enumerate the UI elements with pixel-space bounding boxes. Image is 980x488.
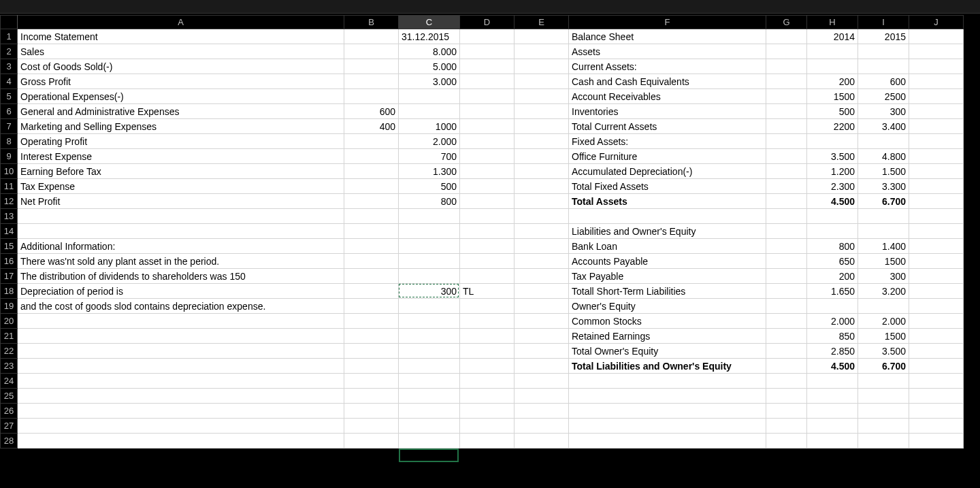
cell-E19[interactable] [514, 299, 569, 314]
row-header-8[interactable]: 8 [1, 134, 18, 149]
cell-I24[interactable] [858, 374, 909, 389]
cell-J3[interactable] [909, 59, 964, 74]
cell-C27[interactable] [399, 419, 460, 434]
cell-H8[interactable] [807, 134, 858, 149]
cell-A9[interactable]: Interest Expense [18, 149, 344, 164]
cell-G22[interactable] [766, 344, 807, 359]
cell-C10[interactable]: 1.300 [399, 164, 460, 179]
cell-F26[interactable] [569, 404, 766, 419]
cell-J9[interactable] [909, 149, 964, 164]
cell-B9[interactable] [344, 149, 399, 164]
cell-D2[interactable] [460, 44, 514, 59]
cell-B8[interactable] [344, 134, 399, 149]
cell-A25[interactable] [18, 389, 344, 404]
cell-D26[interactable] [460, 404, 514, 419]
cell-G24[interactable] [766, 374, 807, 389]
cell-I16[interactable]: 1500 [858, 254, 909, 269]
row-header-5[interactable]: 5 [1, 89, 18, 104]
cell-D6[interactable] [460, 104, 514, 119]
cell-G23[interactable] [766, 359, 807, 374]
cell-I23[interactable]: 6.700 [858, 359, 909, 374]
row-header-10[interactable]: 10 [1, 164, 18, 179]
row-header-12[interactable]: 12 [1, 194, 18, 209]
cell-G12[interactable] [766, 194, 807, 209]
cell-J26[interactable] [909, 404, 964, 419]
row-header-3[interactable]: 3 [1, 59, 18, 74]
cell-F28[interactable] [569, 434, 766, 449]
cell-C15[interactable] [399, 239, 460, 254]
cell-I25[interactable] [858, 389, 909, 404]
cell-B4[interactable] [344, 74, 399, 89]
col-header-E[interactable]: E [514, 16, 569, 29]
row-header-6[interactable]: 6 [1, 104, 18, 119]
cell-H9[interactable]: 3.500 [807, 149, 858, 164]
cell-E20[interactable] [514, 314, 569, 329]
cell-E6[interactable] [514, 104, 569, 119]
cell-B16[interactable] [344, 254, 399, 269]
cell-I1[interactable]: 2015 [858, 29, 909, 44]
cell-I2[interactable] [858, 44, 909, 59]
cell-A1[interactable]: Income Statement [18, 29, 344, 44]
cell-H15[interactable]: 800 [807, 239, 858, 254]
cell-F5[interactable]: Account Receivables [569, 89, 766, 104]
row-header-27[interactable]: 27 [1, 419, 18, 434]
cell-I15[interactable]: 1.400 [858, 239, 909, 254]
cell-G13[interactable] [766, 209, 807, 224]
cell-F9[interactable]: Office Furniture [569, 149, 766, 164]
cell-B13[interactable] [344, 209, 399, 224]
cell-B1[interactable] [344, 29, 399, 44]
cell-F3[interactable]: Current Assets: [569, 59, 766, 74]
cell-E16[interactable] [514, 254, 569, 269]
cell-G3[interactable] [766, 59, 807, 74]
cell-B20[interactable] [344, 314, 399, 329]
cell-C25[interactable] [399, 389, 460, 404]
cell-E23[interactable] [514, 359, 569, 374]
cell-B17[interactable] [344, 269, 399, 284]
cell-C4[interactable]: 3.000 [399, 74, 460, 89]
cell-B10[interactable] [344, 164, 399, 179]
col-header-G[interactable]: G [766, 16, 807, 29]
cell-B25[interactable] [344, 389, 399, 404]
row-header-19[interactable]: 19 [1, 299, 18, 314]
cell-H21[interactable]: 850 [807, 329, 858, 344]
cell-D28[interactable] [460, 434, 514, 449]
cell-F16[interactable]: Accounts Payable [569, 254, 766, 269]
cell-B22[interactable] [344, 344, 399, 359]
cell-J23[interactable] [909, 359, 964, 374]
cell-F27[interactable] [569, 419, 766, 434]
cell-G5[interactable] [766, 89, 807, 104]
cell-B28[interactable] [344, 434, 399, 449]
cell-C28[interactable] [399, 434, 460, 449]
cell-B19[interactable] [344, 299, 399, 314]
cell-B23[interactable] [344, 359, 399, 374]
cell-I28[interactable] [858, 434, 909, 449]
cell-C6[interactable] [399, 104, 460, 119]
row-header-28[interactable]: 28 [1, 434, 18, 449]
cell-J22[interactable] [909, 344, 964, 359]
cell-F25[interactable] [569, 389, 766, 404]
cell-H17[interactable]: 200 [807, 269, 858, 284]
cell-H28[interactable] [807, 434, 858, 449]
cell-H10[interactable]: 1.200 [807, 164, 858, 179]
cell-G21[interactable] [766, 329, 807, 344]
cell-F13[interactable] [569, 209, 766, 224]
cell-C5[interactable] [399, 89, 460, 104]
cell-J14[interactable] [909, 224, 964, 239]
cell-D15[interactable] [460, 239, 514, 254]
cell-G18[interactable] [766, 284, 807, 299]
cell-G15[interactable] [766, 239, 807, 254]
cell-G2[interactable] [766, 44, 807, 59]
cell-B26[interactable] [344, 404, 399, 419]
cell-C17[interactable] [399, 269, 460, 284]
cell-H24[interactable] [807, 374, 858, 389]
cell-I26[interactable] [858, 404, 909, 419]
cell-H3[interactable] [807, 59, 858, 74]
cell-D16[interactable] [460, 254, 514, 269]
cell-D22[interactable] [460, 344, 514, 359]
cell-J6[interactable] [909, 104, 964, 119]
row-header-9[interactable]: 9 [1, 149, 18, 164]
cell-F24[interactable] [569, 374, 766, 389]
cell-G25[interactable] [766, 389, 807, 404]
cell-E26[interactable] [514, 404, 569, 419]
cell-G9[interactable] [766, 149, 807, 164]
